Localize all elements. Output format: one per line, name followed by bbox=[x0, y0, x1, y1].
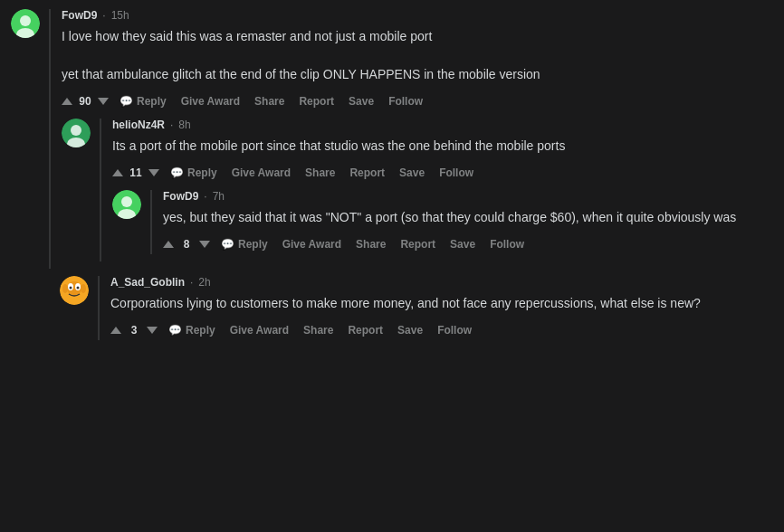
reply-button[interactable]: 💬 Reply bbox=[163, 320, 221, 340]
reply-icon: 💬 bbox=[168, 324, 182, 337]
comment-author: FowD9 bbox=[62, 9, 97, 22]
comment-text: yes, but they said that it was "NOT" a p… bbox=[163, 208, 773, 227]
indented-comment-wrapper: A_Sad_Goblin · 2h Corporations lying to … bbox=[11, 276, 773, 340]
vote-count: 90 bbox=[78, 95, 92, 108]
vote-section: 90 bbox=[62, 95, 109, 108]
avatar bbox=[112, 190, 141, 219]
comment-actions: 8 💬 Reply Give Award Share bbox=[163, 234, 773, 254]
report-button[interactable]: Report bbox=[395, 234, 441, 254]
nested-comment: FowD9 · 7h yes, but they said that it wa… bbox=[112, 190, 773, 254]
reply-icon: 💬 bbox=[170, 166, 184, 179]
svg-point-1 bbox=[20, 15, 31, 26]
comment-time: 15h bbox=[111, 9, 129, 22]
comment-body: FowD9 · 15h I love how they said this wa… bbox=[49, 9, 773, 269]
give-award-button[interactable]: Give Award bbox=[226, 163, 296, 183]
comment-body: FowD9 · 7h yes, but they said that it wa… bbox=[150, 190, 773, 254]
svg-point-14 bbox=[77, 287, 80, 290]
comment-thread: FowD9 · 15h I love how they said this wa… bbox=[0, 9, 784, 340]
vote-section: 3 bbox=[110, 324, 158, 337]
vote-count: 3 bbox=[127, 324, 141, 337]
share-button[interactable]: Share bbox=[249, 91, 290, 111]
comment-time: 7h bbox=[213, 190, 225, 203]
svg-point-4 bbox=[71, 125, 81, 136]
downvote-button[interactable] bbox=[147, 327, 158, 334]
svg-point-13 bbox=[70, 287, 72, 290]
comment-text: I love how they said this was a remaster… bbox=[62, 27, 773, 84]
share-button[interactable]: Share bbox=[350, 234, 391, 254]
comment-header: helioNz4R · 8h bbox=[112, 119, 773, 131]
upvote-button[interactable] bbox=[110, 327, 121, 334]
save-button[interactable]: Save bbox=[392, 320, 428, 340]
upvote-button[interactable] bbox=[163, 241, 174, 248]
reply-button[interactable]: 💬 Reply bbox=[215, 234, 273, 254]
comment-body: helioNz4R · 8h Its a port of the mobile … bbox=[100, 119, 773, 261]
svg-point-16 bbox=[81, 284, 86, 293]
comment-header: FowD9 · 7h bbox=[163, 190, 773, 203]
comment-text: Corporations lying to customers to make … bbox=[110, 294, 773, 313]
give-award-button[interactable]: Give Award bbox=[277, 234, 347, 254]
avatar bbox=[62, 119, 91, 147]
comment-author: A_Sad_Goblin bbox=[110, 276, 185, 289]
comment-time: 2h bbox=[198, 276, 210, 289]
vote-section: 11 bbox=[112, 166, 159, 179]
downvote-button[interactable] bbox=[98, 98, 109, 105]
follow-button[interactable]: Follow bbox=[432, 320, 477, 340]
save-button[interactable]: Save bbox=[343, 91, 379, 111]
give-award-button[interactable]: Give Award bbox=[176, 91, 245, 111]
upvote-button[interactable] bbox=[62, 98, 72, 105]
save-button[interactable]: Save bbox=[445, 234, 481, 254]
give-award-button[interactable]: Give Award bbox=[225, 320, 294, 340]
reply-button[interactable]: 💬 Reply bbox=[165, 163, 223, 183]
follow-button[interactable]: Follow bbox=[383, 91, 428, 111]
report-button[interactable]: Report bbox=[342, 320, 388, 340]
comment-row: FowD9 · 15h I love how they said this wa… bbox=[11, 9, 773, 269]
comment-header: FowD9 · 15h bbox=[62, 9, 773, 22]
comment-actions: 90 💬 Reply Give Award Share Report Save … bbox=[62, 91, 773, 111]
comment-header: A_Sad_Goblin · 2h bbox=[110, 276, 773, 289]
comment-body: A_Sad_Goblin · 2h Corporations lying to … bbox=[98, 276, 773, 340]
comment-author: helioNz4R bbox=[112, 119, 165, 131]
comment-row: FowD9 · 7h yes, but they said that it wa… bbox=[112, 190, 773, 254]
svg-point-7 bbox=[121, 196, 132, 207]
comment-row: helioNz4R · 8h Its a port of the mobile … bbox=[62, 119, 773, 261]
avatar bbox=[60, 276, 89, 305]
vote-count: 8 bbox=[179, 238, 194, 251]
downvote-button[interactable] bbox=[199, 241, 210, 248]
save-button[interactable]: Save bbox=[394, 163, 430, 183]
report-button[interactable]: Report bbox=[344, 163, 390, 183]
follow-button[interactable]: Follow bbox=[484, 234, 530, 254]
downvote-button[interactable] bbox=[148, 169, 159, 176]
reply-button[interactable]: 💬 Reply bbox=[114, 91, 172, 111]
reply-icon: 💬 bbox=[221, 238, 234, 251]
vote-section: 8 bbox=[163, 238, 210, 251]
reply-icon: 💬 bbox=[120, 95, 133, 108]
comment-text: Its a port of the mobile port since that… bbox=[112, 137, 773, 156]
comment-row: A_Sad_Goblin · 2h Corporations lying to … bbox=[60, 276, 773, 340]
vote-count: 11 bbox=[129, 166, 143, 179]
share-button[interactable]: Share bbox=[300, 163, 340, 183]
comment-actions: 3 💬 Reply Give Award Share Report Save F… bbox=[110, 320, 773, 340]
svg-point-15 bbox=[62, 284, 68, 293]
avatar bbox=[11, 9, 40, 38]
nested-comment: helioNz4R · 8h Its a port of the mobile … bbox=[62, 119, 773, 261]
comment-time: 8h bbox=[178, 119, 190, 131]
share-button[interactable]: Share bbox=[298, 320, 339, 340]
upvote-button[interactable] bbox=[112, 169, 123, 176]
follow-button[interactable]: Follow bbox=[434, 163, 479, 183]
report-button[interactable]: Report bbox=[293, 91, 339, 111]
comment-actions: 11 💬 Reply Give Award Share Report Save bbox=[112, 163, 773, 183]
comment-author: FowD9 bbox=[163, 190, 198, 203]
